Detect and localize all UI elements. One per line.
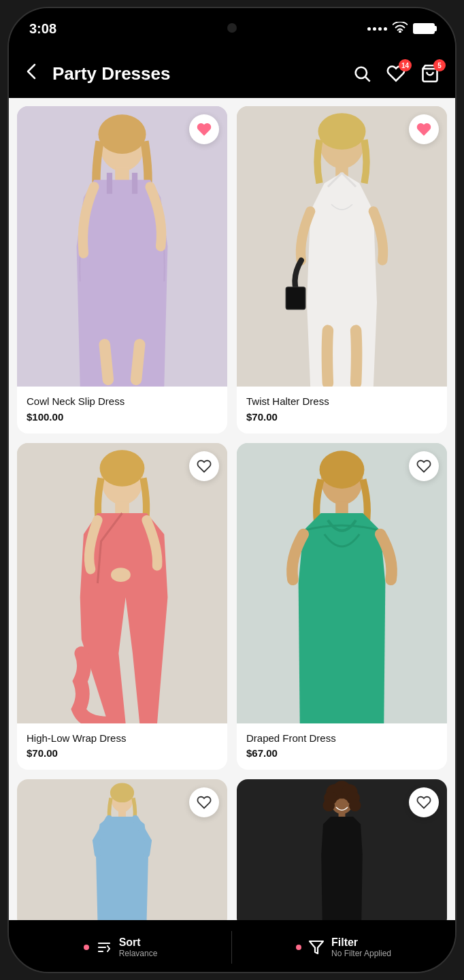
search-button[interactable] <box>350 62 374 85</box>
phone-frame: 3:08 Party Dresses <box>7 7 457 973</box>
product-grid-container: Cowl Neck Slip Dress $100.00 <box>9 98 455 920</box>
svg-point-5 <box>98 114 146 154</box>
wishlist-btn-1[interactable] <box>189 114 219 144</box>
svg-point-35 <box>349 800 361 812</box>
svg-line-1 <box>365 77 369 81</box>
page-title: Party Dresses <box>52 63 170 84</box>
bottom-bar: Sort Relavance Filter No Filter Applied <box>9 920 455 973</box>
svg-point-25 <box>110 783 134 803</box>
svg-point-34 <box>322 800 335 812</box>
back-button[interactable] <box>22 62 42 86</box>
product-image-4 <box>237 443 447 723</box>
header-right: 14 5 <box>350 62 442 85</box>
sort-sub: Relavance <box>119 949 158 958</box>
product-image-2 <box>237 106 447 387</box>
svg-point-0 <box>356 67 367 78</box>
product-name-1: Cowl Neck Slip Dress <box>27 395 218 408</box>
product-name-4: Draped Front Dress <box>246 732 437 745</box>
signal-icon <box>367 27 387 31</box>
wishlist-btn-5[interactable] <box>189 787 219 817</box>
search-icon <box>352 64 371 83</box>
product-price-4: $67.00 <box>246 747 437 759</box>
header: Party Dresses 14 5 <box>9 49 455 98</box>
product-info-2: Twist Halter Dress $70.00 <box>237 387 447 434</box>
product-image-3 <box>17 443 227 723</box>
filter-sub: No Filter Applied <box>331 949 391 958</box>
dress-illustration-4 <box>237 443 447 723</box>
svg-point-18 <box>111 568 131 582</box>
product-info-1: Cowl Neck Slip Dress $100.00 <box>17 387 227 434</box>
dress-illustration-1 <box>17 106 227 387</box>
sort-icon <box>96 939 112 956</box>
cart-badge: 5 <box>433 59 446 71</box>
product-card-3[interactable]: High-Low Wrap Dress $70.00 <box>17 443 227 770</box>
svg-point-16 <box>100 450 145 487</box>
filter-button[interactable]: Filter No Filter Applied <box>232 920 455 973</box>
svg-point-21 <box>320 451 365 489</box>
dress-illustration-3 <box>17 443 227 723</box>
product-image-5 <box>17 779 227 920</box>
filter-icon <box>308 939 325 956</box>
product-price-2: $70.00 <box>246 411 437 423</box>
wishlist-btn-2[interactable] <box>409 114 439 144</box>
product-card-5[interactable] <box>17 779 227 920</box>
svg-rect-13 <box>286 287 305 310</box>
status-time: 3:08 <box>29 21 56 37</box>
product-info-4: Draped Front Dress $67.00 <box>237 723 447 770</box>
sort-label: Sort <box>119 936 158 949</box>
wishlist-button[interactable]: 14 <box>384 62 408 85</box>
cart-button[interactable]: 5 <box>418 62 442 85</box>
product-name-3: High-Low Wrap Dress <box>27 732 218 745</box>
wishlist-badge: 14 <box>399 59 412 71</box>
product-name-2: Twist Halter Dress <box>246 395 437 408</box>
product-image-1 <box>17 106 227 387</box>
wishlist-btn-4[interactable] <box>409 451 439 481</box>
product-image-6 <box>237 779 447 920</box>
wifi-icon <box>393 22 408 36</box>
sort-button[interactable]: Sort Relavance <box>9 920 232 973</box>
product-card-2[interactable]: Twist Halter Dress $70.00 <box>237 106 447 434</box>
filter-label: Filter <box>331 936 391 949</box>
sort-text: Sort Relavance <box>119 936 158 958</box>
header-left: Party Dresses <box>22 62 170 86</box>
filter-dot <box>296 945 301 950</box>
battery-icon <box>413 23 435 34</box>
sort-dot <box>84 945 89 950</box>
product-price-1: $100.00 <box>27 411 218 423</box>
dress-illustration-2 <box>237 106 447 387</box>
products-grid: Cowl Neck Slip Dress $100.00 <box>17 106 447 920</box>
product-card-6[interactable] <box>237 779 447 920</box>
product-card-1[interactable]: Cowl Neck Slip Dress $100.00 <box>17 106 227 434</box>
filter-text: Filter No Filter Applied <box>331 936 391 958</box>
status-icons <box>367 22 435 36</box>
product-card-4[interactable]: Draped Front Dress $67.00 <box>237 443 447 770</box>
svg-marker-40 <box>310 941 323 953</box>
svg-point-11 <box>318 113 365 150</box>
wishlist-btn-6[interactable] <box>409 787 439 817</box>
product-price-3: $70.00 <box>27 747 218 759</box>
camera-notch <box>227 23 237 33</box>
svg-rect-7 <box>107 173 112 194</box>
product-info-3: High-Low Wrap Dress $70.00 <box>17 723 227 770</box>
svg-rect-8 <box>132 173 137 194</box>
wishlist-btn-3[interactable] <box>189 451 219 481</box>
